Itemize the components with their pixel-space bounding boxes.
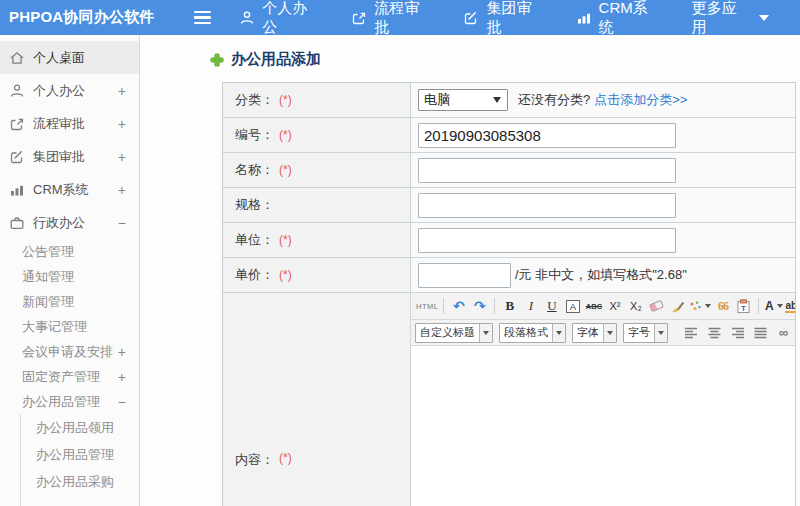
- tree-guide-line: [20, 414, 21, 506]
- sidebar-item-group-approval[interactable]: 集团审批 +: [0, 140, 139, 173]
- caret-down-icon: [759, 15, 769, 21]
- editor-content-area[interactable]: [411, 346, 795, 506]
- nav-process-approval[interactable]: 流程审批: [351, 0, 432, 37]
- home-icon: [9, 50, 25, 66]
- nav-personal-office[interactable]: 个人办公: [239, 0, 320, 37]
- hamburger-menu-icon[interactable]: [194, 8, 212, 27]
- field-label: 内容：: [235, 451, 274, 469]
- sidebar-item-crm-system[interactable]: CRM系统 +: [0, 173, 139, 206]
- sidebar-item-announcement-mgmt[interactable]: 公告管理: [0, 239, 139, 264]
- form-row-unit: 单位： (*): [223, 223, 795, 258]
- required-mark: (*): [279, 233, 292, 247]
- caret-down-icon: [479, 324, 492, 342]
- process-icon: [351, 10, 367, 26]
- nav-more-apps[interactable]: 更多应用: [692, 0, 769, 37]
- required-mark: (*): [279, 128, 292, 142]
- form-row-price: 单价： (*) /元 非中文，如填写格式"2.68": [223, 258, 795, 293]
- nav-label: 个人办公: [262, 0, 320, 37]
- required-mark: (*): [279, 451, 292, 465]
- sidebar-item-supplies-mgmt[interactable]: 办公用品管理 −: [0, 389, 139, 414]
- font-family-dropdown[interactable]: 字体: [572, 323, 617, 343]
- nav-group-approval[interactable]: 集团审批: [463, 0, 544, 37]
- nav-crm-system[interactable]: CRM系统: [576, 0, 661, 37]
- caret-down-icon: [777, 304, 783, 308]
- category-select[interactable]: 电脑: [418, 89, 508, 111]
- caret-down-icon: [603, 324, 616, 342]
- align-right-button[interactable]: [728, 322, 747, 343]
- no-category-hint: 还没有分类?: [518, 91, 590, 109]
- toolbar-separator: [758, 298, 759, 314]
- italic-button[interactable]: I: [521, 296, 540, 317]
- caret-down-icon: [552, 324, 565, 342]
- strikethrough-button[interactable]: ABC: [584, 296, 603, 317]
- unit-input[interactable]: [418, 228, 676, 253]
- paste-text-button[interactable]: T: [734, 296, 753, 317]
- form-row-name: 名称： (*): [223, 153, 795, 188]
- price-input[interactable]: [418, 263, 511, 288]
- required-mark: (*): [279, 268, 292, 282]
- format-brush-button[interactable]: [668, 296, 687, 317]
- expand-plus[interactable]: +: [118, 345, 126, 359]
- expand-plus[interactable]: +: [118, 117, 126, 131]
- page-title: 办公用品添加: [211, 50, 321, 69]
- subscript-button[interactable]: X₂: [626, 296, 645, 317]
- heading-dropdown[interactable]: 自定义标题: [415, 323, 493, 343]
- align-right-icon: [731, 327, 744, 339]
- user-icon: [239, 10, 255, 26]
- nav-label: CRM系统: [599, 0, 661, 37]
- sidebar-item-notice-mgmt[interactable]: 通知管理: [0, 264, 139, 289]
- expand-minus[interactable]: −: [118, 395, 126, 409]
- font-color-button[interactable]: A: [764, 296, 783, 317]
- expand-minus[interactable]: −: [118, 216, 126, 230]
- bold-button[interactable]: B: [500, 296, 519, 317]
- sparkle-icon: [689, 300, 702, 313]
- sidebar-item-process-approval[interactable]: 流程审批 +: [0, 107, 139, 140]
- edit-icon: [9, 149, 25, 165]
- expand-plus[interactable]: +: [118, 150, 126, 164]
- briefcase-icon: [9, 215, 25, 231]
- sidebar-item-news-mgmt[interactable]: 新闻管理: [0, 289, 139, 314]
- highlight-color-button[interactable]: ab: [785, 296, 795, 317]
- required-mark: (*): [279, 163, 292, 177]
- paragraph-format-dropdown[interactable]: 段落格式: [499, 323, 566, 343]
- main-content: 办公用品添加 分类： (*) 电脑 还没有分类? 点击添加分类>> 编号： (*…: [141, 35, 800, 506]
- eraser-icon: [649, 300, 664, 312]
- align-center-button[interactable]: [705, 322, 724, 343]
- superscript-button[interactable]: X²: [605, 296, 624, 317]
- form-row-spec: 规格：: [223, 188, 795, 223]
- spec-input[interactable]: [418, 193, 676, 218]
- sidebar-item-admin-office[interactable]: 行政办公 −: [0, 206, 139, 239]
- emoticon-button[interactable]: [689, 296, 711, 317]
- font-size-dropdown[interactable]: 字号: [623, 323, 668, 343]
- insert-link-button[interactable]: ∞: [774, 322, 793, 343]
- justify-button[interactable]: [751, 322, 770, 343]
- field-label: 规格：: [235, 196, 274, 214]
- undo-button[interactable]: ↶: [449, 296, 468, 317]
- underline-button[interactable]: U: [542, 296, 561, 317]
- nav-label: 流程审批: [374, 0, 432, 37]
- align-left-icon: [685, 327, 698, 339]
- name-input[interactable]: [418, 158, 676, 183]
- add-category-link[interactable]: 点击添加分类>>: [594, 91, 687, 109]
- remove-format-button[interactable]: [647, 296, 666, 317]
- clipboard-icon: T: [737, 299, 750, 313]
- toolbar-separator: [494, 298, 495, 314]
- sidebar-item-personal-office[interactable]: 个人办公 +: [0, 74, 139, 107]
- user-icon: [9, 83, 25, 99]
- align-left-button[interactable]: [682, 322, 701, 343]
- sidebar-item-meeting-mgmt[interactable]: 会议申请及安排 +: [0, 339, 139, 364]
- add-plus-icon: [211, 54, 223, 66]
- redo-button[interactable]: ↷: [470, 296, 489, 317]
- expand-plus[interactable]: +: [118, 183, 126, 197]
- font-style-button[interactable]: A: [563, 296, 582, 317]
- price-format-hint: /元 非中文，如填写格式"2.68": [515, 266, 687, 284]
- sidebar-item-personal-desktop[interactable]: 个人桌面: [0, 41, 139, 74]
- sidebar-item-asset-mgmt[interactable]: 固定资产管理 +: [0, 364, 139, 389]
- select-caret-icon: [493, 97, 501, 103]
- sidebar-item-events-mgmt[interactable]: 大事记管理: [0, 314, 139, 339]
- expand-plus[interactable]: +: [118, 84, 126, 98]
- expand-plus[interactable]: +: [118, 370, 126, 384]
- source-code-button[interactable]: HTML: [416, 296, 438, 317]
- code-input[interactable]: [418, 123, 676, 148]
- blockquote-button[interactable]: 66: [713, 296, 732, 317]
